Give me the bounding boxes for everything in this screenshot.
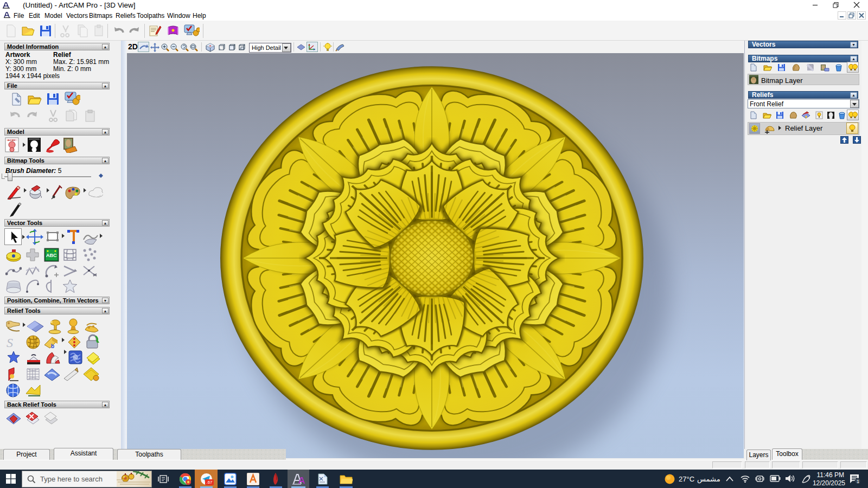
svg-text:b: b: [51, 343, 54, 349]
svg-text:1: 1: [857, 479, 859, 484]
svg-text:ABC: ABC: [46, 253, 57, 258]
svg-text:S: S: [7, 336, 13, 350]
svg-text:ArtCAM: ArtCAM: [8, 139, 15, 142]
